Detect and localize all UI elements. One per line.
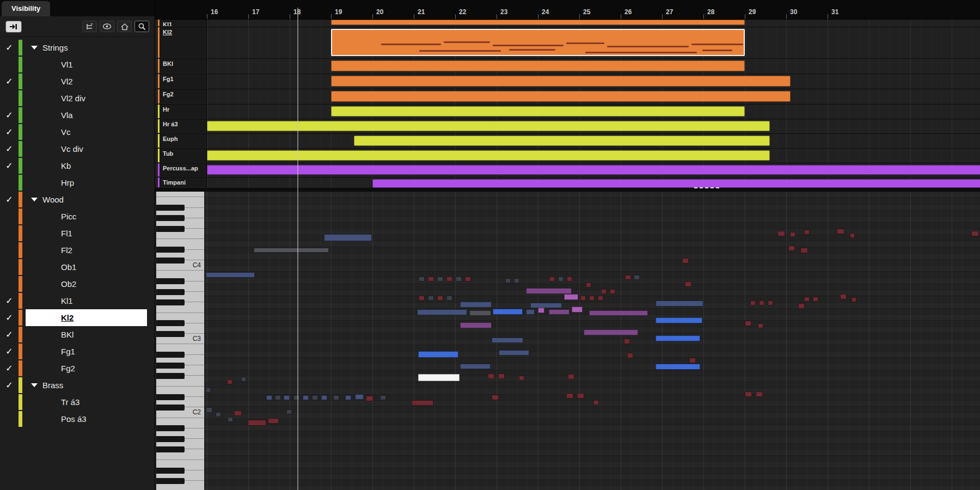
track-name-label[interactable]: Vl2 — [61, 77, 73, 86]
black-key[interactable] — [156, 226, 185, 232]
midi-note[interactable] — [627, 353, 633, 358]
midi-note[interactable] — [526, 309, 535, 315]
midi-clip[interactable] — [331, 20, 745, 25]
track-row-body[interactable]: BKl — [26, 326, 147, 343]
track-row-body[interactable]: Kl2 — [26, 309, 147, 326]
midi-note[interactable] — [745, 321, 751, 326]
midi-note[interactable] — [324, 234, 372, 241]
track-name-label[interactable]: Kl2 — [61, 313, 74, 322]
midi-note[interactable] — [549, 309, 569, 315]
midi-note[interactable] — [656, 364, 700, 370]
midi-note[interactable] — [419, 277, 425, 281]
arrange-track-label[interactable]: Kl2 — [158, 27, 207, 58]
midi-clip[interactable] — [331, 91, 791, 102]
track-row[interactable]: ✓Fg2 — [0, 360, 147, 377]
black-key[interactable] — [156, 363, 185, 369]
visibility-checkbox[interactable]: ✓ — [0, 107, 19, 124]
midi-note[interactable] — [577, 393, 584, 399]
track-row-body[interactable]: Fg2 — [26, 360, 147, 377]
arrange-track-label[interactable]: Timpani — [158, 177, 207, 187]
track-row[interactable]: ✓Strings — [0, 39, 147, 56]
visibility-checkbox[interactable] — [0, 259, 19, 275]
track-row[interactable]: Picc — [0, 208, 147, 225]
midi-note[interactable] — [589, 310, 648, 316]
midi-note[interactable] — [206, 407, 212, 413]
midi-note[interactable] — [412, 400, 433, 406]
track-row-body[interactable]: Fg1 — [26, 343, 147, 360]
track-name-label[interactable]: Fl2 — [61, 246, 72, 255]
midi-note[interactable] — [469, 310, 491, 316]
midi-note[interactable] — [558, 277, 564, 281]
black-key[interactable] — [156, 278, 185, 284]
visibility-checkbox[interactable]: ✓ — [0, 140, 19, 157]
midi-note[interactable] — [656, 317, 702, 323]
midi-note[interactable] — [682, 258, 689, 264]
midi-clip[interactable] — [207, 121, 770, 131]
midi-note[interactable] — [514, 278, 519, 283]
black-key[interactable] — [156, 405, 185, 411]
home-zone-button[interactable] — [117, 21, 132, 32]
folder-expand-icon[interactable] — [31, 46, 38, 50]
track-row-body[interactable]: Fl1 — [26, 225, 147, 242]
track-row-body[interactable]: Ob2 — [26, 275, 147, 292]
track-row[interactable]: ✓Vc — [0, 124, 147, 140]
midi-note[interactable] — [804, 297, 810, 302]
midi-note[interactable] — [419, 296, 425, 301]
arrange-track-label[interactable]: Fg2 — [158, 89, 207, 103]
visibility-checkbox[interactable] — [0, 90, 19, 107]
visibility-checkbox[interactable]: ✓ — [0, 191, 19, 208]
arrange-track-label[interactable]: Fg1 — [158, 74, 207, 88]
midi-note[interactable] — [586, 283, 591, 287]
midi-note[interactable] — [505, 278, 511, 283]
midi-clip[interactable] — [354, 136, 770, 146]
arrange-track-label[interactable]: Tub — [158, 149, 207, 162]
black-key[interactable] — [156, 215, 185, 221]
midi-note[interactable] — [852, 297, 856, 302]
midi-note[interactable] — [234, 411, 242, 416]
midi-note[interactable] — [303, 395, 309, 400]
midi-note[interactable] — [598, 296, 603, 301]
black-key[interactable] — [156, 478, 185, 484]
track-name-label[interactable]: Brass — [42, 381, 63, 390]
visibility-checkbox[interactable]: ✓ — [0, 124, 19, 140]
midi-note[interactable] — [601, 289, 607, 294]
track-row[interactable]: ✓Vla — [0, 107, 147, 124]
midi-note[interactable] — [584, 329, 638, 335]
midi-note[interactable] — [446, 277, 452, 281]
midi-note[interactable] — [456, 277, 462, 281]
track-row[interactable]: Ob1 — [0, 259, 147, 275]
visibility-checkbox[interactable]: ✓ — [0, 157, 19, 174]
black-key[interactable] — [156, 289, 185, 295]
midi-note[interactable] — [750, 301, 756, 305]
midi-note[interactable] — [804, 230, 810, 235]
midi-note[interactable] — [460, 302, 492, 308]
visibility-checkbox[interactable]: ✓ — [0, 292, 19, 309]
midi-note[interactable] — [268, 418, 279, 424]
track-name-label[interactable]: Fg1 — [61, 347, 75, 356]
visibility-checkbox[interactable]: ✓ — [0, 360, 19, 377]
track-row-body[interactable]: Picc — [26, 208, 147, 225]
black-key[interactable] — [156, 258, 185, 264]
midi-note[interactable] — [312, 395, 318, 400]
black-key[interactable] — [156, 299, 185, 305]
midi-clip[interactable] — [207, 165, 980, 175]
track-row[interactable]: Tr á3 — [0, 394, 147, 411]
track-row-body[interactable]: Strings — [26, 39, 147, 56]
visibility-checkbox[interactable]: ✓ — [0, 309, 19, 326]
track-row-body[interactable]: Vl2 — [26, 73, 147, 90]
midi-clip[interactable] — [372, 179, 980, 188]
midi-note[interactable] — [538, 308, 544, 313]
midi-note[interactable] — [549, 277, 555, 281]
black-key[interactable] — [156, 373, 185, 379]
midi-note[interactable] — [284, 395, 290, 400]
midi-note[interactable] — [321, 395, 327, 400]
midi-note[interactable] — [572, 307, 583, 313]
midi-note[interactable] — [656, 301, 703, 307]
track-name-label[interactable]: Kl1 — [61, 296, 73, 305]
arrange-track-label[interactable]: Euph — [158, 134, 207, 148]
search-button[interactable] — [134, 21, 149, 32]
midi-note[interactable] — [216, 412, 221, 417]
black-key[interactable] — [156, 331, 185, 337]
midi-note[interactable] — [840, 294, 847, 299]
pin-arrow-button[interactable] — [5, 21, 22, 33]
